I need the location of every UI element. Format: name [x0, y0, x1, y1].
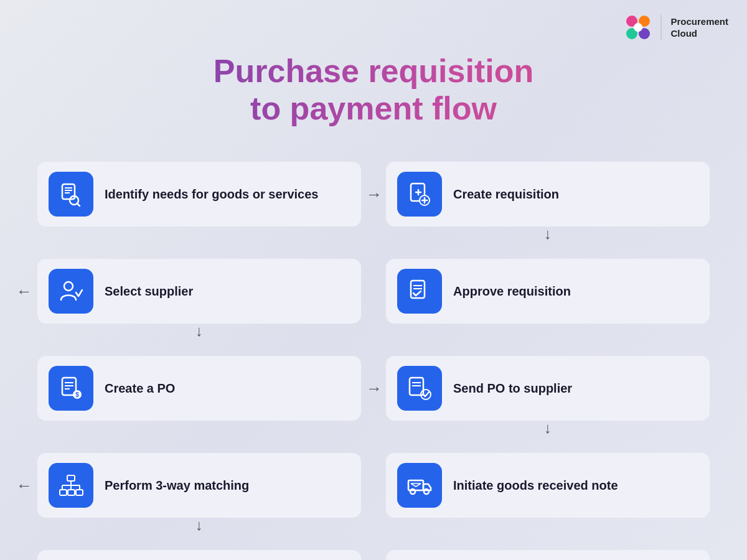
page-title: Purchase requisition to payment flow	[0, 53, 747, 128]
between-rows-0-1	[37, 238, 710, 255]
select-supplier-icon-box	[49, 269, 93, 314]
identify-label: Identify needs for goods or services	[105, 186, 318, 202]
goods-note-icon-box	[397, 463, 442, 508]
hierarchy-icon	[59, 473, 83, 498]
flow-row-1: Select supplier ← ↓ Approve requisition	[37, 259, 710, 324]
doc-list-icon: $	[59, 376, 83, 401]
svg-rect-33	[68, 490, 75, 495]
step-goods-note: Initiate goods received note	[386, 453, 710, 518]
create-req-icon-box	[397, 172, 442, 217]
step-identify: Identify needs for goods or services →	[37, 162, 361, 226]
flow-row-4: $ Send to accounts payable → $	[37, 550, 710, 560]
svg-rect-32	[60, 490, 67, 495]
step-accounts-payable: $ Send to accounts payable →	[37, 550, 361, 560]
background: Procurement Cloud Purchase requisition t…	[0, 0, 747, 560]
create-req-label: Create requisition	[453, 186, 559, 202]
svg-point-41	[410, 489, 415, 494]
title-area: Purchase requisition to payment flow	[0, 53, 747, 128]
step-approve-req: Approve requisition	[386, 259, 710, 324]
arrow-goods-to-3way: ←	[16, 476, 32, 495]
search-icon	[59, 182, 83, 207]
arrow-send-po-down: ↓	[544, 419, 552, 437]
send-po-icon-box	[397, 366, 442, 411]
between-rows-2-3	[37, 432, 710, 449]
svg-text:$: $	[75, 391, 79, 398]
create-po-label: Create a PO	[105, 380, 175, 396]
arrow-select-supplier-down: ↓	[195, 322, 203, 340]
step-3way-match: Perform 3-way matching ← ↓	[37, 453, 361, 518]
logo-text: Procurement Cloud	[670, 16, 728, 40]
logo-area: Procurement Cloud	[624, 14, 728, 41]
step-pay-invoice: $ Pay invoice	[386, 550, 710, 560]
doc-plus-icon	[407, 182, 432, 207]
flow-row-3: Perform 3-way matching ← ↓	[37, 453, 710, 518]
step-select-supplier: Select supplier ← ↓	[37, 259, 361, 324]
goods-note-label: Initiate goods received note	[453, 477, 618, 493]
doc-check-icon	[407, 279, 432, 304]
arrow-identify-to-create-req: →	[366, 185, 382, 204]
svg-rect-40	[408, 480, 423, 490]
3way-match-label: Perform 3-way matching	[105, 477, 249, 493]
svg-rect-31	[67, 475, 75, 481]
between-rows-3-4	[37, 529, 710, 546]
arrow-approve-to-select: ←	[16, 282, 32, 301]
approve-req-icon-box	[397, 269, 442, 314]
3way-match-icon-box	[49, 463, 93, 508]
select-supplier-label: Select supplier	[105, 283, 193, 299]
logo-divider	[660, 15, 662, 40]
svg-rect-34	[76, 490, 83, 495]
svg-point-42	[424, 489, 429, 494]
between-rows-1-2	[37, 335, 710, 352]
create-po-icon-box: $	[49, 366, 93, 411]
svg-point-17	[64, 282, 73, 291]
kissflow-logo-icon	[624, 14, 652, 41]
doc-dollar-check-icon	[407, 376, 432, 401]
flow-diagram: Identify needs for goods or services →	[37, 162, 710, 560]
send-po-label: Send PO to supplier	[453, 380, 572, 396]
step-create-req: Create requisition ↓	[386, 162, 710, 226]
person-check-icon	[59, 279, 83, 304]
flow-row-2: $ Create a PO → S	[37, 356, 710, 421]
flow-row-0: Identify needs for goods or services →	[37, 162, 710, 226]
step-send-po: Send PO to supplier ↓	[386, 356, 710, 421]
identify-icon-box	[49, 172, 93, 217]
svg-point-4	[634, 23, 642, 32]
arrow-create-po-to-send-po: →	[366, 379, 382, 398]
arrow-create-req-down: ↓	[544, 225, 552, 243]
step-create-po: $ Create a PO →	[37, 356, 361, 421]
truck-icon	[407, 473, 432, 498]
arrow-3way-match-down: ↓	[195, 516, 203, 534]
approve-req-label: Approve requisition	[453, 283, 571, 299]
svg-line-10	[77, 203, 80, 206]
